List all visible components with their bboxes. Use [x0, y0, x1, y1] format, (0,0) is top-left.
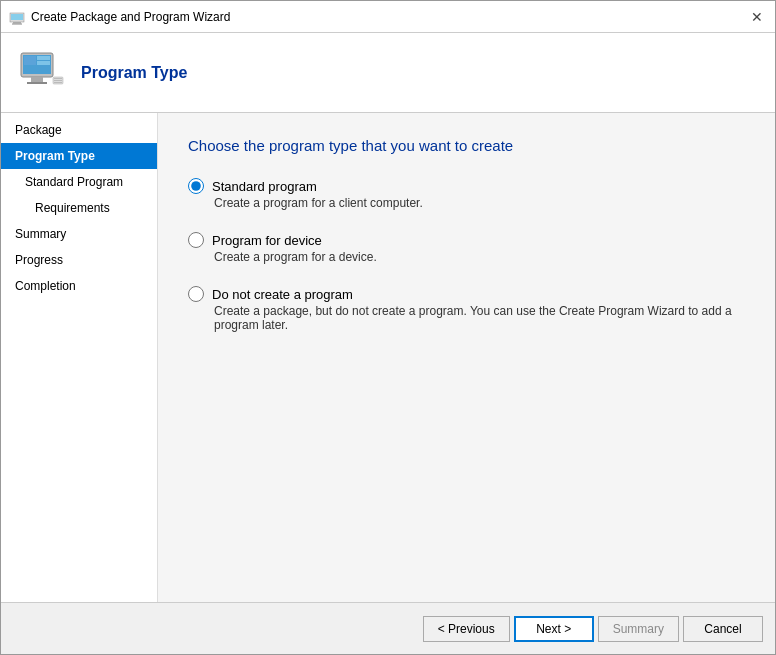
cancel-button[interactable]: Cancel: [683, 616, 763, 642]
svg-rect-3: [12, 23, 22, 24]
page-title: Choose the program type that you want to…: [188, 137, 745, 154]
radio-no-program[interactable]: [188, 286, 204, 302]
content-area: Package Program Type Standard Program Re…: [1, 113, 775, 602]
wizard-window: Create Package and Program Wizard ✕ Prog…: [0, 0, 776, 655]
sidebar-item-summary[interactable]: Summary: [1, 221, 157, 247]
next-button[interactable]: Next >: [514, 616, 594, 642]
option-no-program-row: Do not create a program: [188, 286, 745, 302]
option-device-row: Program for device: [188, 232, 745, 248]
close-button[interactable]: ✕: [747, 7, 767, 27]
svg-rect-2: [13, 22, 21, 24]
svg-rect-6: [31, 77, 43, 82]
option-program-device: Program for device Create a program for …: [188, 232, 745, 264]
svg-rect-14: [37, 61, 50, 65]
option-no-program: Do not create a program Create a package…: [188, 286, 745, 332]
svg-rect-1: [11, 14, 23, 20]
desc-standard-program: Create a program for a client computer.: [214, 196, 745, 210]
title-bar: Create Package and Program Wizard ✕: [1, 1, 775, 33]
label-program-device[interactable]: Program for device: [212, 233, 322, 248]
program-type-options: Standard program Create a program for a …: [188, 178, 745, 332]
label-no-program[interactable]: Do not create a program: [212, 287, 353, 302]
title-bar-left: Create Package and Program Wizard: [9, 9, 230, 25]
radio-program-device[interactable]: [188, 232, 204, 248]
option-standard-program: Standard program Create a program for a …: [188, 178, 745, 210]
sidebar-item-program-type[interactable]: Program Type: [1, 143, 157, 169]
svg-rect-13: [37, 56, 50, 60]
label-standard-program[interactable]: Standard program: [212, 179, 317, 194]
sidebar-item-standard-program[interactable]: Standard Program: [1, 169, 157, 195]
sidebar-item-package[interactable]: Package: [1, 117, 157, 143]
wizard-header: Program Type: [1, 33, 775, 113]
desc-program-device: Create a program for a device.: [214, 250, 745, 264]
sidebar: Package Program Type Standard Program Re…: [1, 113, 158, 602]
svg-rect-7: [27, 82, 47, 84]
wizard-icon: [9, 9, 25, 25]
wizard-footer: < Previous Next > Summary Cancel: [1, 602, 775, 654]
radio-standard-program[interactable]: [188, 178, 204, 194]
sidebar-item-completion[interactable]: Completion: [1, 273, 157, 299]
option-standard-row: Standard program: [188, 178, 745, 194]
svg-rect-9: [54, 78, 62, 79]
svg-rect-10: [54, 80, 62, 81]
desc-no-program: Create a package, but do not create a pr…: [214, 304, 745, 332]
sidebar-item-requirements[interactable]: Requirements: [1, 195, 157, 221]
svg-rect-11: [54, 82, 62, 83]
window-title: Create Package and Program Wizard: [31, 10, 230, 24]
sidebar-item-progress[interactable]: Progress: [1, 247, 157, 273]
computer-icon: [17, 49, 65, 97]
main-content: Choose the program type that you want to…: [158, 113, 775, 602]
svg-rect-12: [24, 56, 36, 65]
previous-button[interactable]: < Previous: [423, 616, 510, 642]
header-title: Program Type: [81, 64, 187, 82]
summary-button[interactable]: Summary: [598, 616, 679, 642]
